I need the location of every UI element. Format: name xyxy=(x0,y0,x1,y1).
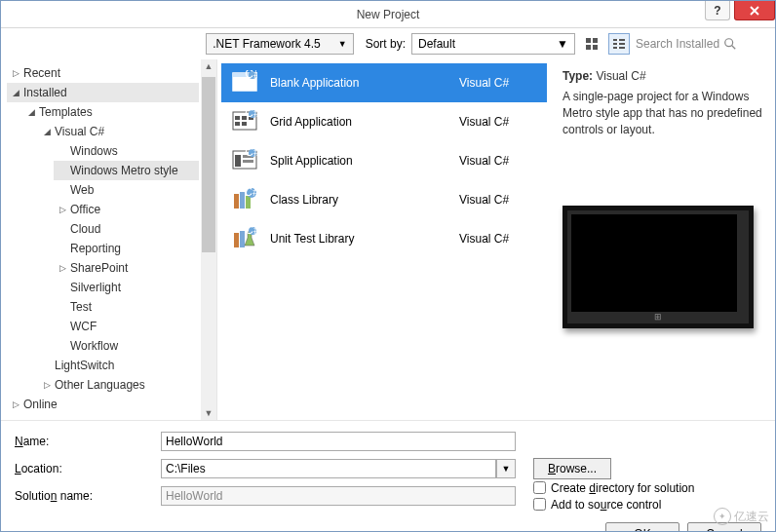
svg-rect-11 xyxy=(242,122,247,126)
help-button[interactable]: ? xyxy=(705,1,730,20)
sortby-value: Default xyxy=(418,37,455,51)
location-dropdown-button[interactable]: ▼ xyxy=(496,459,516,478)
solution-name-input[interactable] xyxy=(161,486,516,506)
template-name: Blank Application xyxy=(270,76,447,90)
tree-other-languages[interactable]: ▷Other Languages xyxy=(38,375,199,395)
template-blank-application[interactable]: C# Blank Application Visual C# xyxy=(221,63,547,102)
ok-button[interactable]: OK xyxy=(605,522,679,532)
tree-item-metro[interactable]: Windows Metro style xyxy=(54,161,199,180)
scroll-thumb[interactable] xyxy=(202,77,215,252)
template-name: Class Library xyxy=(270,193,447,207)
type-value: Visual C# xyxy=(596,69,645,83)
detail-pane: Type: Visual C# A single-page project fo… xyxy=(551,59,775,420)
windows-logo-icon: ⊞ xyxy=(654,312,662,322)
tree-item-cloud[interactable]: Cloud xyxy=(54,219,199,239)
svg-rect-25 xyxy=(234,233,239,247)
dialog-buttons: OK Cancel xyxy=(1,518,775,532)
tree-item-office[interactable]: ▷Office xyxy=(54,200,199,219)
template-split-application[interactable]: C# Split Application Visual C# xyxy=(221,141,547,180)
tree-csharp[interactable]: ◢Visual C# xyxy=(38,122,199,141)
tree-item-silverlight[interactable]: Silverlight xyxy=(54,278,199,297)
sidebar-scrollbar[interactable]: ▲ ▼ xyxy=(201,59,216,420)
tree-item-wcf[interactable]: WCF xyxy=(54,317,199,336)
svg-rect-10 xyxy=(235,122,240,126)
preview-thumbnail: ⊞ xyxy=(563,206,754,328)
template-name: Split Application xyxy=(270,154,447,168)
svg-text:C#: C# xyxy=(244,187,257,199)
tree-installed[interactable]: ◢Installed xyxy=(7,83,199,102)
create-directory-checkbox[interactable]: Create directory for solution xyxy=(533,481,694,495)
svg-text:C#: C# xyxy=(245,226,257,237)
tree-item-test[interactable]: Test xyxy=(54,297,199,317)
window-title: New Project xyxy=(357,8,420,21)
tree-templates[interactable]: ◢Templates xyxy=(22,102,199,122)
template-class-library[interactable]: C# Class Library Visual C# xyxy=(221,180,547,219)
tree-lightswitch[interactable]: LightSwitch xyxy=(38,356,199,375)
close-button[interactable] xyxy=(734,1,775,20)
chevron-down-icon: ▼ xyxy=(338,39,347,49)
expand-icon: ▷ xyxy=(58,263,67,273)
create-directory-input[interactable] xyxy=(533,481,546,494)
template-lang: Visual C# xyxy=(459,115,537,129)
tree-recent[interactable]: ▷Recent xyxy=(7,63,199,83)
scroll-up-icon: ▲ xyxy=(203,59,215,73)
content-area: ▷Recent ◢Installed ◢Templates ◢Visual C#… xyxy=(1,59,775,420)
source-control-input[interactable] xyxy=(533,498,546,511)
collapse-icon: ◢ xyxy=(11,88,20,97)
tree-item-windows[interactable]: Windows xyxy=(54,141,199,161)
tree-online[interactable]: ▷Online xyxy=(7,395,199,414)
name-label: Name: xyxy=(15,435,151,448)
template-icon: C# xyxy=(231,147,258,174)
svg-text:C#: C# xyxy=(245,70,257,81)
template-icon: C# xyxy=(231,69,258,96)
title-bar: New Project ? xyxy=(1,1,775,28)
list-view-button[interactable] xyxy=(608,33,630,55)
svg-rect-7 xyxy=(235,116,240,120)
template-lang: Visual C# xyxy=(459,154,537,168)
framework-dropdown[interactable]: .NET Framework 4.5 ▼ xyxy=(206,33,353,55)
location-input[interactable] xyxy=(161,459,496,478)
svg-text:C#: C# xyxy=(245,148,257,159)
location-label: Location: xyxy=(15,462,151,475)
tree-item-workflow[interactable]: Workflow xyxy=(54,336,199,356)
search-icon xyxy=(723,37,737,51)
search-box[interactable]: Search Installed xyxy=(636,37,767,51)
svg-line-1 xyxy=(732,46,736,50)
template-grid-application[interactable]: C# Grid Application Visual C# xyxy=(221,102,547,141)
template-lang: Visual C# xyxy=(459,76,537,90)
tree-item-reporting[interactable]: Reporting xyxy=(54,239,199,258)
window-controls: ? xyxy=(705,1,775,20)
template-list: C# Blank Application Visual C# C# Grid A… xyxy=(217,59,551,420)
name-input[interactable] xyxy=(161,432,516,451)
tree-item-sharepoint[interactable]: ▷SharePoint xyxy=(54,258,199,278)
source-control-checkbox[interactable]: Add to source control xyxy=(533,498,694,512)
type-row: Type: Visual C# xyxy=(563,69,763,83)
svg-text:C#: C# xyxy=(245,109,257,120)
collapse-icon: ◢ xyxy=(26,107,36,117)
template-icon: C# xyxy=(231,225,258,252)
tree-item-web[interactable]: Web xyxy=(54,180,199,200)
sortby-dropdown[interactable]: Default ▼ xyxy=(411,33,575,55)
template-lang: Visual C# xyxy=(459,232,537,246)
template-icon: C# xyxy=(231,108,258,135)
template-tree: ▷Recent ◢Installed ◢Templates ◢Visual C#… xyxy=(1,63,216,414)
template-name: Grid Application xyxy=(270,115,447,129)
template-description: A single-page project for a Windows Metr… xyxy=(563,89,763,137)
browse-button[interactable]: Browse... xyxy=(533,458,611,479)
bottom-form: Name: Location: ▼ Browse... Solution nam… xyxy=(1,420,775,518)
chevron-down-icon: ▼ xyxy=(557,37,568,51)
expand-icon: ▷ xyxy=(11,399,20,409)
solution-name-label: Solution name: xyxy=(15,489,151,503)
template-unit-test-library[interactable]: C# Unit Test Library Visual C# xyxy=(221,219,547,258)
search-placeholder: Search Installed xyxy=(636,37,719,51)
template-lang: Visual C# xyxy=(459,193,537,207)
expand-icon: ▷ xyxy=(58,205,67,214)
collapse-icon: ◢ xyxy=(42,127,52,136)
grid-view-button[interactable] xyxy=(581,33,602,55)
toolbar: .NET Framework 4.5 ▼ Sort by: Default ▼ … xyxy=(1,28,775,59)
svg-rect-15 xyxy=(235,155,241,167)
list-icon xyxy=(613,39,625,49)
cancel-button[interactable]: Cancel xyxy=(687,522,761,532)
svg-rect-26 xyxy=(240,231,245,247)
scroll-down-icon: ▼ xyxy=(203,406,215,420)
